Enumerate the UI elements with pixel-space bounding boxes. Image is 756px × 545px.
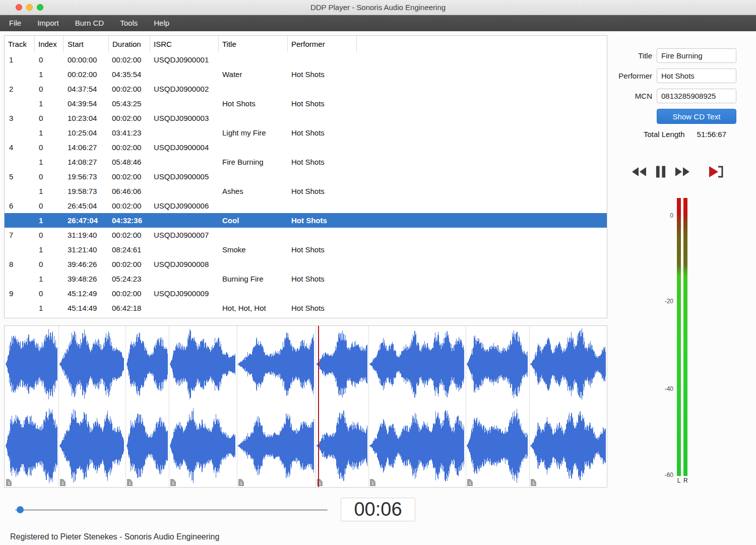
- waveform-canvas[interactable]: [5, 326, 607, 487]
- track-row[interactable]: 1000:00:0000:02:00USQDJ0900001: [5, 52, 607, 67]
- menu-item-file[interactable]: File: [1, 15, 29, 31]
- total-length-label: Total Length: [644, 130, 685, 139]
- cell-title: Smoke: [219, 242, 288, 257]
- waveform-panel: 111111111: [4, 325, 607, 488]
- track-row[interactable]: 119:58:7306:46:06AshesHot Shots: [5, 184, 607, 198]
- track-row[interactable]: 139:48:2605:24:23Burning FireHot Shots: [5, 271, 607, 286]
- cell-index: 1: [35, 67, 64, 82]
- cell-performer: [288, 228, 357, 242]
- cell-start: 19:56:73: [64, 169, 109, 184]
- mcn-input[interactable]: [657, 89, 736, 103]
- pause-button[interactable]: [655, 165, 667, 178]
- cell-track: [5, 301, 35, 315]
- play-marker-button[interactable]: [708, 165, 724, 178]
- cell-isrc: [150, 184, 219, 198]
- track-row[interactable]: 110:25:0403:41:23Light my FireHot Shots: [5, 125, 607, 140]
- menu-item-burn-cd[interactable]: Burn CD: [67, 15, 112, 31]
- cell-index: 0: [35, 169, 64, 184]
- cell-isrc: [150, 301, 219, 315]
- cell-isrc: [150, 125, 219, 140]
- mcn-label: MCN: [611, 92, 652, 100]
- cell-duration: 00:02:00: [109, 82, 150, 96]
- cell-track: 8: [5, 257, 35, 271]
- cell-performer: Hot Shots: [288, 155, 357, 169]
- cell-isrc: [150, 242, 219, 257]
- track-row[interactable]: 2004:37:5400:02:00USQDJ0900002: [5, 82, 607, 96]
- cell-title: Cool: [219, 213, 288, 228]
- show-cd-text-button[interactable]: Show CD Text: [657, 109, 736, 124]
- cell-index: 1: [35, 96, 64, 111]
- cell-start: 39:46:26: [64, 257, 109, 271]
- track-row[interactable]: 9045:12:4900:02:00USQDJ0900009: [5, 286, 607, 301]
- track-row[interactable]: 5019:56:7300:02:00USQDJ0900005: [5, 169, 607, 184]
- cell-duration: 08:24:61: [109, 242, 150, 257]
- cell-duration: 00:02:00: [109, 286, 150, 301]
- cell-duration: 00:02:00: [109, 140, 150, 155]
- cell-index: 1: [35, 155, 64, 169]
- track-row[interactable]: 8039:46:2600:02:00USQDJ0900008: [5, 257, 607, 271]
- cell-title: Hot Shots: [219, 96, 288, 111]
- cell-start: 04:37:54: [64, 82, 109, 96]
- cell-index: 1: [35, 301, 64, 315]
- track-row[interactable]: 145:14:4906:42:18Hot, Hot, HotHot Shots: [5, 301, 607, 315]
- track-row[interactable]: 4014:06:2700:02:00USQDJ0900004: [5, 140, 607, 155]
- close-button[interactable]: [16, 4, 22, 11]
- rewind-button[interactable]: [631, 167, 647, 177]
- cell-index: 1: [35, 242, 64, 257]
- cell-start: 00:02:00: [64, 67, 109, 82]
- minimize-button[interactable]: [26, 4, 33, 11]
- cell-performer: [288, 198, 357, 213]
- cell-duration: 00:02:00: [109, 228, 150, 242]
- track-row[interactable]: 126:47:0404:32:36CoolHot Shots: [5, 213, 607, 228]
- cell-start: 04:39:54: [64, 96, 109, 111]
- track-row[interactable]: 3010:23:0400:02:00USQDJ0900003: [5, 111, 607, 125]
- cell-track: 6: [5, 198, 35, 213]
- cell-performer: [288, 169, 357, 184]
- cell-index: 0: [35, 52, 64, 67]
- menubar: FileImportBurn CDToolsHelp: [0, 15, 756, 31]
- seek-slider[interactable]: [15, 506, 328, 514]
- meter-scale-label: -20: [650, 298, 673, 305]
- cell-isrc: [150, 213, 219, 228]
- column-header-isrc: ISRC: [150, 36, 219, 52]
- cell-isrc: USQDJ0900008: [150, 257, 219, 271]
- performer-input[interactable]: [657, 69, 736, 83]
- cell-isrc: [150, 155, 219, 169]
- cell-title: [219, 228, 288, 242]
- cell-performer: Hot Shots: [288, 301, 357, 315]
- cell-start: 31:21:40: [64, 242, 109, 257]
- track-row[interactable]: 100:02:0004:35:54WaterHot Shots: [5, 67, 607, 82]
- zoom-button[interactable]: [37, 4, 43, 11]
- track-row[interactable]: 6026:45:0400:02:00USQDJ0900006: [5, 198, 607, 213]
- track-row[interactable]: 114:08:2705:48:46Fire BurningHot Shots: [5, 155, 607, 169]
- cell-performer: Hot Shots: [288, 184, 357, 198]
- column-header-title: Title: [219, 36, 288, 52]
- cell-start: 26:47:04: [64, 213, 109, 228]
- track-row[interactable]: 7031:19:4000:02:00USQDJ0900007: [5, 228, 607, 242]
- fast-forward-button[interactable]: [674, 167, 690, 177]
- menu-item-tools[interactable]: Tools: [112, 15, 146, 31]
- seek-track[interactable]: [15, 509, 328, 511]
- transport-controls: [631, 163, 724, 180]
- cell-track: [5, 213, 35, 228]
- menu-item-help[interactable]: Help: [146, 15, 177, 31]
- cell-track: 5: [5, 169, 35, 184]
- title-input[interactable]: [657, 48, 736, 63]
- meter-scale-label: -60: [650, 471, 673, 479]
- track-row[interactable]: 131:21:4008:24:61SmokeHot Shots: [5, 242, 607, 257]
- cell-performer: Hot Shots: [288, 213, 357, 228]
- meter-bar-right: [683, 198, 687, 476]
- track-row[interactable]: 104:39:5405:43:25Hot ShotsHot Shots: [5, 96, 607, 111]
- cell-isrc: USQDJ0900003: [150, 111, 219, 125]
- pause-icon: [655, 165, 667, 178]
- cell-performer: Hot Shots: [288, 67, 357, 82]
- cell-track: [5, 67, 35, 82]
- cell-index: 1: [35, 213, 64, 228]
- cell-performer: [288, 52, 357, 67]
- seek-thumb[interactable]: [17, 506, 24, 513]
- menu-item-import[interactable]: Import: [29, 15, 67, 31]
- column-header-track: Track: [5, 36, 35, 52]
- cell-duration: 05:24:23: [109, 271, 150, 286]
- cell-isrc: [150, 271, 219, 286]
- cell-title: [219, 140, 288, 155]
